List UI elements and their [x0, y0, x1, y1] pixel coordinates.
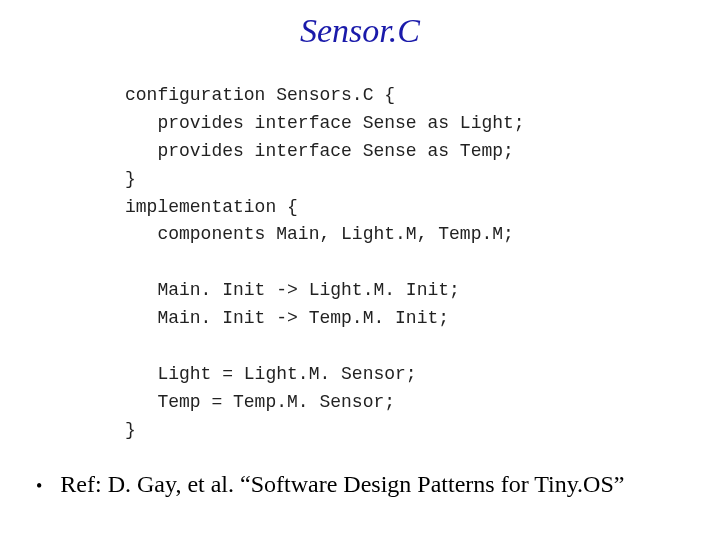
reference-text: Ref: D. Gay, et al. “Software Design Pat… [60, 471, 624, 498]
slide-title: Sensor.C [0, 12, 720, 50]
reference-row: • Ref: D. Gay, et al. “Software Design P… [36, 471, 624, 498]
bullet-icon: • [36, 474, 42, 498]
code-block: configuration Sensors.C { provides inter… [125, 82, 525, 445]
slide: Sensor.C configuration Sensors.C { provi… [0, 0, 720, 540]
